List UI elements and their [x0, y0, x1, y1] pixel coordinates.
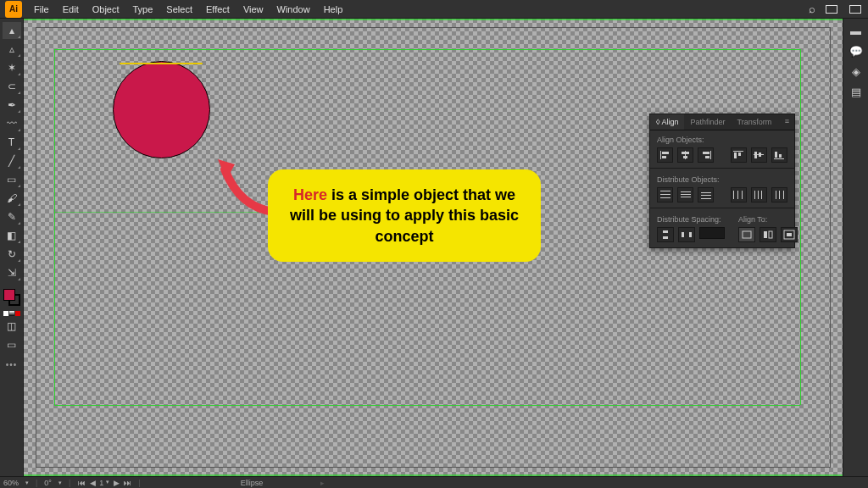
panel-controls: « × [781, 106, 793, 114]
menu-effect[interactable]: Effect [199, 2, 236, 17]
svg-rect-14 [759, 152, 761, 157]
artboard-number[interactable]: 1 [99, 479, 103, 487]
svg-rect-21 [681, 191, 691, 192]
align-bottom-button[interactable] [771, 147, 787, 163]
tool-rotate[interactable]: ↻ [3, 246, 21, 263]
menu-edit[interactable]: Edit [56, 2, 86, 17]
svg-rect-15 [774, 158, 784, 159]
tab-pathfinder[interactable]: Pathfinder [684, 114, 731, 130]
tool-pen[interactable]: ✒ [3, 97, 21, 114]
tool-brush[interactable]: 🖌 [3, 190, 21, 207]
tool-direct-selection[interactable]: ▵ [3, 41, 21, 58]
annotation-callout: Here is a simple object that we will be … [268, 169, 541, 262]
svg-rect-8 [705, 156, 709, 158]
svg-rect-9 [733, 151, 743, 152]
align-panel[interactable]: « × ◊ Align Pathfinder Transform ≡ Align… [649, 114, 795, 248]
align-right-button[interactable] [698, 147, 714, 163]
svg-rect-39 [689, 232, 692, 237]
tab-align[interactable]: ◊ Align [650, 114, 684, 130]
tool-magic-wand[interactable]: ✶ [3, 59, 21, 76]
app-icon: Ai [5, 1, 22, 18]
svg-rect-10 [734, 152, 737, 158]
svg-rect-27 [733, 191, 734, 199]
menu-view[interactable]: View [236, 2, 270, 17]
tool-type[interactable]: T [3, 134, 21, 151]
tool-selection[interactable]: ▴ [3, 22, 21, 39]
svg-rect-16 [775, 152, 777, 158]
menu-window[interactable]: Window [270, 2, 317, 17]
svg-rect-13 [754, 152, 757, 158]
svg-rect-40 [743, 231, 751, 238]
hdist-center-button[interactable] [751, 187, 767, 202]
svg-rect-2 [662, 156, 666, 158]
svg-rect-7 [703, 152, 709, 154]
align-hcenter-button[interactable] [677, 147, 693, 163]
align-vcenter-button[interactable] [751, 147, 767, 163]
svg-rect-18 [660, 191, 670, 191]
draw-mode[interactable]: ◫ [3, 318, 21, 335]
edit-toolbar[interactable]: ••• [6, 360, 18, 369]
color-swatches[interactable] [3, 288, 21, 307]
last-artboard-icon[interactable]: ⏭ [123, 479, 131, 487]
svg-rect-30 [754, 191, 755, 199]
align-to-key-button[interactable] [760, 227, 776, 242]
align-to-selection-button[interactable] [738, 227, 755, 242]
align-to-artboard-button[interactable] [781, 227, 798, 242]
arrange-icon[interactable] [849, 5, 861, 14]
svg-rect-36 [663, 230, 668, 233]
callout-highlight: Here [293, 186, 327, 203]
vdist-center-button[interactable] [677, 187, 693, 202]
distribute-spacing-label: Distribute Spacing: [657, 215, 725, 224]
svg-rect-44 [787, 233, 792, 236]
ellipse-highlight [120, 63, 203, 64]
panel-menu-icon[interactable]: ≡ [780, 114, 794, 130]
properties-panel-icon[interactable]: ▬ [849, 24, 864, 37]
tool-shaper[interactable]: ✎ [3, 208, 21, 225]
canvas[interactable]: Here is a simple object that we will be … [24, 19, 843, 476]
artboard-nav: ⏮ ◀ 1 ▾ ▶ ⏭ [77, 479, 131, 487]
vdist-bottom-button[interactable] [698, 187, 714, 202]
comments-panel-icon[interactable]: 💬 [849, 44, 864, 58]
first-artboard-icon[interactable]: ⏮ [77, 479, 86, 487]
svg-rect-41 [764, 231, 767, 238]
tool-line[interactable]: ╱ [3, 152, 21, 169]
tool-scale[interactable]: ⇲ [3, 264, 21, 281]
align-to-label: Align To: [738, 215, 798, 224]
vdist-top-button[interactable] [657, 187, 673, 202]
svg-rect-11 [738, 152, 741, 156]
color-mode-toggles[interactable] [3, 311, 20, 316]
menu-bar: Ai File Edit Object Type Select Effect V… [0, 0, 868, 19]
tool-curvature[interactable]: 〰 [3, 115, 21, 132]
rotate-value[interactable]: 0° [44, 479, 52, 487]
align-left-button[interactable] [657, 147, 673, 163]
libraries-panel-icon[interactable]: ▤ [849, 85, 864, 98]
workspace-icon[interactable] [826, 5, 837, 14]
hdist-left-button[interactable] [731, 187, 747, 202]
search-icon[interactable]: ⌕ [809, 3, 815, 15]
tab-transform[interactable]: Transform [732, 114, 778, 130]
menu-object[interactable]: Object [86, 2, 126, 17]
hdist-right-button[interactable] [771, 187, 787, 202]
svg-rect-24 [701, 192, 711, 193]
ellipse-object[interactable] [113, 61, 210, 158]
zoom-level[interactable]: 60% [3, 479, 19, 487]
menu-select[interactable]: Select [159, 2, 199, 17]
vspace-button[interactable] [657, 227, 674, 242]
panel-collapse-icon[interactable]: « [781, 106, 785, 114]
fill-color[interactable] [3, 289, 15, 301]
layers-panel-icon[interactable]: ◈ [849, 64, 864, 78]
hspace-button[interactable] [678, 227, 695, 242]
menu-help[interactable]: Help [317, 2, 350, 17]
tool-rectangle[interactable]: ▭ [3, 171, 21, 188]
panel-close-icon[interactable]: × [788, 106, 793, 114]
menu-file[interactable]: File [27, 2, 56, 17]
tool-lasso[interactable]: ⊂ [3, 78, 21, 95]
prev-artboard-icon[interactable]: ◀ [88, 479, 97, 487]
screen-mode[interactable]: ▭ [3, 336, 21, 353]
menu-type[interactable]: Type [126, 2, 160, 17]
spacing-value-input[interactable] [699, 227, 725, 239]
right-panel-dock: ▬ 💬 ◈ ▤ [843, 19, 868, 483]
tool-eraser[interactable]: ◧ [3, 227, 21, 244]
next-artboard-icon[interactable]: ▶ [112, 479, 120, 487]
align-top-button[interactable] [731, 147, 747, 163]
